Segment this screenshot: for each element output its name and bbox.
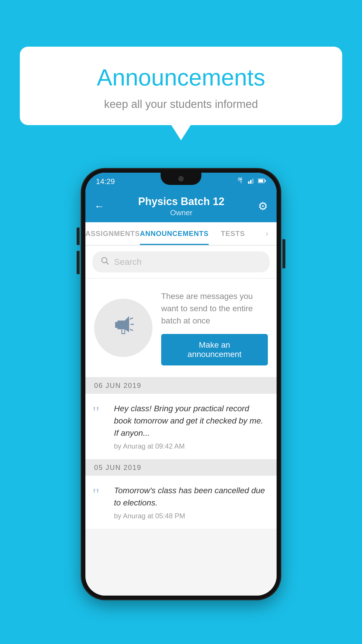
camera <box>178 176 184 181</box>
phone-screen: 14:29 <box>85 173 277 596</box>
announcement-content-2: Tomorrow's class has been cancelled due … <box>114 484 268 520</box>
vol-down-button <box>77 251 80 274</box>
svg-rect-4 <box>265 180 266 182</box>
speech-bubble: Announcements keep all your students inf… <box>20 47 342 125</box>
svg-rect-2 <box>252 178 254 184</box>
phone-device: 14:29 <box>82 169 280 599</box>
svg-line-7 <box>106 262 108 264</box>
search-bar-container: Search <box>85 246 277 279</box>
search-bar[interactable]: Search <box>92 251 270 272</box>
speech-bubble-title: Announcements <box>31 64 331 91</box>
make-announcement-button[interactable]: Make an announcement <box>161 334 268 365</box>
quote-icon-1: " <box>92 402 107 419</box>
svg-line-10 <box>130 329 133 330</box>
gear-icon[interactable]: ⚙ <box>258 200 268 213</box>
wifi-icon <box>237 177 245 186</box>
status-bar: 14:29 <box>85 173 277 190</box>
megaphone-icon <box>109 310 138 346</box>
announcement-text-1: Hey class! Bring your practical record b… <box>114 402 268 439</box>
empty-state: These are messages you want to send to t… <box>85 279 277 377</box>
app-bar-subtitle: Owner <box>105 208 258 217</box>
app-bar-title: Physics Batch 12 <box>105 195 258 208</box>
back-button[interactable]: ← <box>94 200 105 212</box>
content-area: Search <box>85 246 277 596</box>
empty-state-right: These are messages you want to send to t… <box>161 290 268 365</box>
svg-rect-0 <box>248 181 249 184</box>
tab-tests[interactable]: TESTS <box>209 222 257 245</box>
quote-icon-2: " <box>92 484 107 501</box>
search-icon <box>101 256 109 267</box>
date-divider-1: 06 JUN 2019 <box>85 377 277 394</box>
app-bar-title-group: Physics Batch 12 Owner <box>105 195 258 217</box>
phone-wrapper: 14:29 <box>20 169 342 599</box>
megaphone-circle <box>94 299 152 357</box>
empty-state-description: These are messages you want to send to t… <box>161 290 268 327</box>
announcement-item-1[interactable]: " Hey class! Bring your practical record… <box>85 394 277 459</box>
announcement-meta-1: by Anurag at 09:42 AM <box>114 442 268 450</box>
app-bar: ← Physics Batch 12 Owner ⚙ <box>85 190 277 222</box>
svg-rect-5 <box>259 179 263 182</box>
search-placeholder: Search <box>114 257 142 267</box>
tab-announcements[interactable]: ANNOUNCEMENTS <box>140 222 209 245</box>
tabs-bar: ASSIGNMENTS ANNOUNCEMENTS TESTS › <box>85 222 277 246</box>
status-time: 14:29 <box>96 177 115 186</box>
svg-rect-1 <box>250 180 252 184</box>
announcement-text-2: Tomorrow's class has been cancelled due … <box>114 484 268 509</box>
signal-icon <box>248 177 255 186</box>
date-divider-2: 05 JUN 2019 <box>85 459 277 476</box>
announcement-content-1: Hey class! Bring your practical record b… <box>114 402 268 450</box>
tab-more[interactable]: › <box>257 222 277 245</box>
vol-up-button <box>77 228 80 245</box>
speech-bubble-container: Announcements keep all your students inf… <box>20 47 342 125</box>
speech-bubble-subtitle: keep all your students informed <box>31 98 331 111</box>
tab-assignments[interactable]: ASSIGNMENTS <box>85 222 140 245</box>
svg-line-8 <box>130 318 133 319</box>
power-button <box>282 239 285 268</box>
notch <box>161 173 201 185</box>
battery-icon <box>258 178 266 185</box>
announcement-item-2[interactable]: " Tomorrow's class has been cancelled du… <box>85 476 277 529</box>
status-icons <box>237 177 266 186</box>
announcement-meta-2: by Anurag at 05:48 PM <box>114 512 268 520</box>
